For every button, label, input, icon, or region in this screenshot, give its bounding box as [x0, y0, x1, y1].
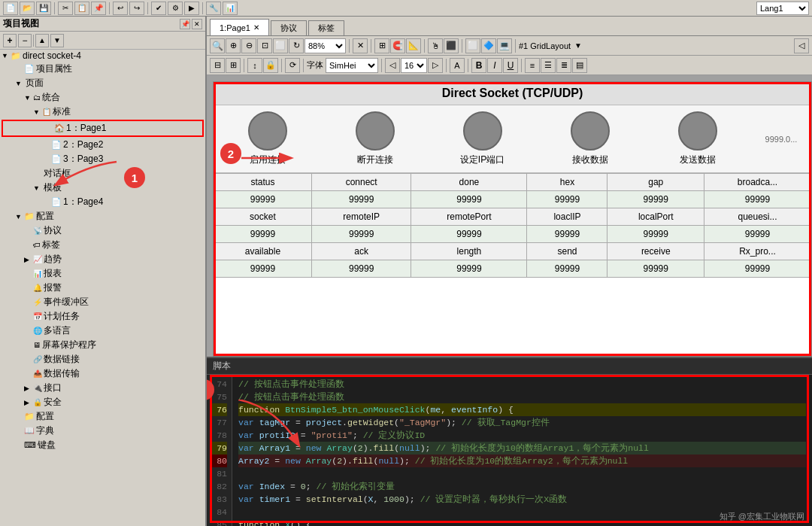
- tree-item-schedule[interactable]: 📅 计划任务: [0, 309, 205, 324]
- italic-button[interactable]: I: [487, 58, 502, 73]
- gridlayout-label: #1 GridLayout: [519, 41, 571, 50]
- tab-page1-close[interactable]: ✕: [253, 23, 259, 32]
- undo-icon[interactable]: ↩: [113, 2, 128, 15]
- tree-item-biaozhun[interactable]: ▼ 📋 标准: [0, 105, 205, 119]
- btn-set-ip[interactable]: 设定IP端口: [429, 111, 536, 166]
- rotate2-icon[interactable]: ⟳: [285, 58, 300, 73]
- tree-item-page4[interactable]: 📄 1：Page4: [0, 195, 205, 209]
- misc4-icon[interactable]: ⬛: [444, 38, 459, 53]
- tree-item-config[interactable]: ▼ 📁 配置: [0, 209, 205, 223]
- tree-item-datatransfer[interactable]: 📤 数据传输: [0, 366, 205, 381]
- tree-item-report[interactable]: 📊 报表: [0, 266, 205, 281]
- tree-item-keyboard[interactable]: ⌨ 键盘: [0, 438, 205, 452]
- redo-icon[interactable]: ↪: [129, 2, 144, 15]
- align-justify-button[interactable]: ▤: [572, 58, 587, 73]
- zoom-in2-button[interactable]: ⊕: [226, 38, 241, 53]
- btn-send-data[interactable]: 发送数据: [644, 111, 751, 166]
- tree-item-datalink[interactable]: 🔗 数据链接: [0, 352, 205, 366]
- font-size-select[interactable]: 16: [401, 58, 427, 73]
- misc3-icon[interactable]: 🖱: [428, 38, 443, 53]
- align-center-button[interactable]: ☰: [541, 58, 556, 73]
- save-icon[interactable]: 💾: [36, 2, 51, 15]
- misc5-icon[interactable]: ⬜: [465, 38, 480, 53]
- tree-item-dialog[interactable]: 对话框: [0, 166, 205, 181]
- rotate-button[interactable]: ↻: [289, 38, 304, 53]
- font-size-increase[interactable]: ▷: [428, 58, 443, 73]
- zoom-in-button[interactable]: 🔍: [210, 38, 225, 53]
- bold-button[interactable]: B: [471, 58, 486, 73]
- collapse-right-icon[interactable]: ◁: [794, 38, 809, 53]
- tree-item-screensaver[interactable]: 🖥 屏幕保护程序: [0, 338, 205, 352]
- align-right-button[interactable]: ≣: [556, 58, 571, 73]
- tree-item-multilang[interactable]: 🌐 多语言: [0, 324, 205, 338]
- font-color-icon[interactable]: A: [450, 58, 465, 73]
- tree-item-pages[interactable]: ▼ 页面: [0, 76, 205, 90]
- tree-item-security[interactable]: ▶ 🔒 安全: [0, 395, 205, 409]
- gridlayout-expand-icon[interactable]: ▼: [574, 41, 582, 50]
- paste-icon[interactable]: 📌: [91, 2, 106, 15]
- run-icon[interactable]: ▶: [184, 2, 199, 15]
- distribute-icon[interactable]: ⊞: [226, 58, 241, 73]
- open-icon[interactable]: 📂: [20, 2, 35, 15]
- panel-close-icon[interactable]: ✕: [192, 19, 202, 29]
- tree-item-alarm[interactable]: 🔔 报警: [0, 281, 205, 295]
- tree-label-dialog: 对话框: [44, 167, 71, 180]
- tree-item-trend[interactable]: ▶ 📈 趋势: [0, 252, 205, 266]
- grid-icon[interactable]: ⊞: [374, 38, 389, 53]
- font-size-decrease[interactable]: ◁: [385, 58, 400, 73]
- copy-icon[interactable]: 📋: [74, 2, 89, 15]
- check-icon[interactable]: ✔: [151, 2, 166, 15]
- lang-select[interactable]: Lang1: [756, 2, 809, 15]
- tree-item-eventbuf[interactable]: ⚡ 事件缓冲区: [0, 295, 205, 309]
- btn-receive-data[interactable]: 接收数据: [536, 111, 644, 166]
- order-icon[interactable]: ↕: [247, 58, 262, 73]
- snap-icon[interactable]: 🧲: [390, 38, 405, 53]
- code-line-74: // 按钮点击事件处理函数: [238, 378, 806, 391]
- tree-remove-button[interactable]: −: [18, 34, 32, 47]
- tree-item-dict[interactable]: 📖 字典: [0, 424, 205, 438]
- zoom-page-button[interactable]: ⬜: [273, 38, 288, 53]
- tab-tags[interactable]: 标签: [308, 20, 344, 35]
- tree-item-page1[interactable]: 🏠 1：Page1: [2, 120, 204, 137]
- panel-pin-icon[interactable]: 📌: [180, 19, 190, 29]
- tree-item-tonghe[interactable]: ▼ 🗂 统合: [0, 90, 205, 105]
- btn-disconnect[interactable]: 断开连接: [321, 111, 429, 166]
- tree-add-button[interactable]: +: [3, 34, 17, 47]
- script-content: 74 75 76 77 78 79 80 81 82 83 84 85 86 /: [207, 375, 812, 526]
- tab-page1[interactable]: 1:Page1 ✕: [210, 19, 269, 35]
- zoom-fit-button[interactable]: ⊡: [257, 38, 272, 53]
- btn-set-ip-circle: [463, 111, 502, 151]
- tree-item-template[interactable]: ▼ 模板: [0, 181, 205, 195]
- misc7-icon[interactable]: 💻: [497, 38, 512, 53]
- underline-button[interactable]: U: [503, 58, 518, 73]
- table-row: 99999 99999 99999 99999 99999 99999: [214, 260, 811, 278]
- tree-item-config2[interactable]: 📁 配置: [0, 409, 205, 424]
- zoom-out-button[interactable]: ⊖: [241, 38, 256, 53]
- misc6-icon[interactable]: 🔷: [481, 38, 496, 53]
- tree-item-projattr[interactable]: 📄 项目属性: [0, 62, 205, 76]
- tree-down-button[interactable]: ▼: [50, 34, 64, 47]
- misc-icon2[interactable]: 📊: [223, 2, 238, 15]
- font-select[interactable]: SimHei: [326, 58, 378, 73]
- tree-item-tag[interactable]: 🏷 标签: [0, 238, 205, 252]
- tree-item-interface[interactable]: ▶ 🔌 接口: [0, 381, 205, 395]
- align-left-button[interactable]: ≡: [525, 58, 540, 73]
- build-icon[interactable]: ⚙: [168, 2, 183, 15]
- new-icon[interactable]: 📄: [3, 2, 18, 15]
- align-icon[interactable]: ⊟: [210, 58, 225, 73]
- zoom-select[interactable]: 88%: [304, 38, 346, 53]
- tree-label-tag: 标签: [42, 239, 60, 251]
- lock-icon[interactable]: 🔒: [263, 58, 278, 73]
- misc-icon1[interactable]: 🔧: [206, 2, 221, 15]
- tab-protocol[interactable]: 协议: [271, 20, 307, 35]
- code-area[interactable]: // 按钮点击事件处理函数 // 按钮点击事件处理函数 function Btn…: [232, 375, 812, 526]
- tree-item-page3[interactable]: 📄 3：Page3: [0, 152, 205, 166]
- tree-item-root[interactable]: ▼ 📁 direct socket-4: [0, 50, 205, 62]
- tree-item-protocol[interactable]: 📡 协议: [0, 223, 205, 238]
- close-button[interactable]: ✕: [353, 38, 368, 53]
- tree-up-button[interactable]: ▲: [35, 34, 49, 47]
- sep1: [54, 2, 55, 14]
- tree-item-page2[interactable]: 📄 2：Page2: [0, 138, 205, 152]
- misc2-icon[interactable]: 📐: [406, 38, 421, 53]
- cut-icon[interactable]: ✂: [58, 2, 73, 15]
